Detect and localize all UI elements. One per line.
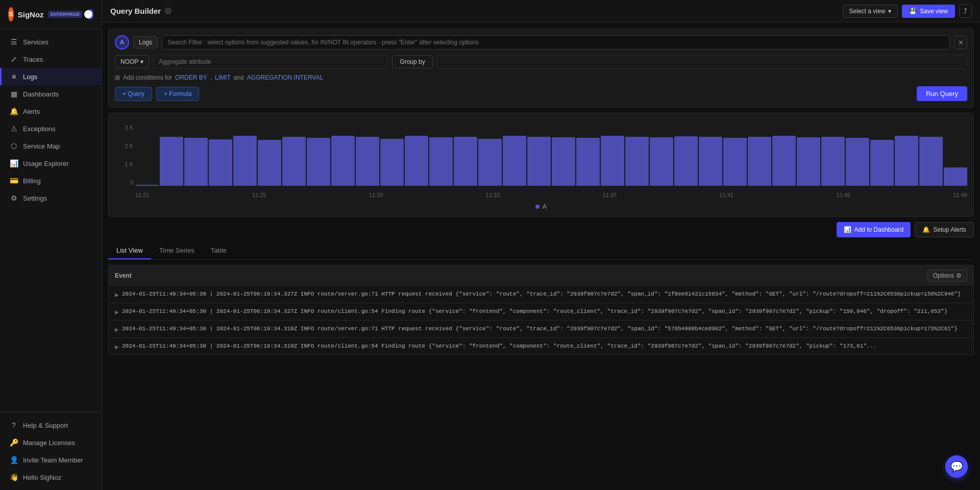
order-by-link[interactable]: ORDER BY xyxy=(175,74,207,81)
tab-list-view[interactable]: List View xyxy=(108,242,151,259)
event-text: 2024-01-25T11:49:34+05:30 | 2024-01-25T0… xyxy=(122,290,961,299)
sidebar-item-logs[interactable]: ≡ Logs xyxy=(0,68,102,85)
sidebar-item-alerts[interactable]: 🔔 Alerts xyxy=(0,103,102,120)
setup-alerts-button[interactable]: 🔔 Setup Alerts xyxy=(915,222,974,237)
group-by-button[interactable]: Group by xyxy=(392,55,432,68)
run-query-button[interactable]: Run Query xyxy=(917,86,967,101)
group-by-input[interactable] xyxy=(437,55,967,69)
sidebar-item-services[interactable]: ☰ Services xyxy=(0,33,102,51)
add-to-dashboard-button[interactable]: 📊 Add to Dashboard xyxy=(837,222,911,237)
sidebar-label-service-map: Service Map xyxy=(23,142,60,150)
event-column-label: Event xyxy=(115,272,132,279)
chart-bar xyxy=(870,140,894,186)
view-tabs: List View Time Series Table xyxy=(108,242,974,260)
chart-bar xyxy=(282,137,306,186)
expand-conditions-icon[interactable]: ⊞ xyxy=(115,74,120,81)
expand-row-icon[interactable]: ▶ xyxy=(115,343,119,351)
share-button[interactable]: ⤴ xyxy=(959,4,972,18)
chevron-down-icon: ▾ xyxy=(888,8,891,15)
query-actions: + Query + Formula Run Query xyxy=(115,86,967,101)
event-row[interactable]: ▶ 2024-01-25T11:49:34+05:30 | 2024-01-25… xyxy=(108,286,974,303)
expand-row-icon[interactable]: ▶ xyxy=(115,291,119,299)
dashboards-icon: ▦ xyxy=(10,90,18,98)
chart-bar xyxy=(356,137,379,186)
event-text: 2024-01-25T11:49:34+05:30 | 2024-01-25T0… xyxy=(122,342,877,351)
sidebar-item-dashboards[interactable]: ▦ Dashboards xyxy=(0,85,102,103)
event-row[interactable]: ▶ 2024-01-25T11:49:34+05:30 | 2024-01-25… xyxy=(108,338,974,355)
expand-row-icon[interactable]: ▶ xyxy=(115,308,119,316)
chart-legend: A xyxy=(115,203,967,210)
chart-bar xyxy=(454,137,477,186)
add-formula-button[interactable]: + Formula xyxy=(156,87,199,101)
sidebar-item-usage-explorer[interactable]: 📊 Usage Explorer xyxy=(0,155,102,172)
chart-bar xyxy=(503,136,526,186)
save-view-button[interactable]: 💾 Save view xyxy=(902,5,955,18)
sidebar-item-settings[interactable]: ⚙ Settings xyxy=(0,189,102,207)
chart-bar xyxy=(209,139,232,186)
sidebar-bottom: ? Help & Support 🔑 Manage Licenses 👤 Inv… xyxy=(0,412,102,490)
logo-area: S SigNoz ENTERPRISE xyxy=(0,0,102,29)
y-axis: 3 K 2 K 1 K 0 xyxy=(115,125,133,186)
chart-panel: 3 K 2 K 1 K 0 11:21 11:25 11:29 11:33 11… xyxy=(108,113,974,217)
chart-area: 3 K 2 K 1 K 0 11:21 11:25 11:29 11:33 11… xyxy=(115,119,967,201)
content-area: A Logs ✕ NOOP ▾ Group by xyxy=(102,22,980,490)
enterprise-badge: ENTERPRISE xyxy=(48,11,83,18)
sidebar-item-exceptions[interactable]: ⚠ Exceptions xyxy=(0,120,102,137)
aggregate-attribute-input[interactable] xyxy=(153,55,388,69)
licenses-icon: 🔑 xyxy=(10,438,18,447)
chart-bar xyxy=(307,138,330,186)
dashboard-icon: 📊 xyxy=(844,226,851,233)
tab-time-series[interactable]: Time Series xyxy=(151,242,203,259)
logs-icon: ≡ xyxy=(10,72,18,81)
chart-bar xyxy=(380,139,404,186)
chart-bar xyxy=(772,136,796,186)
invite-icon: 👤 xyxy=(10,456,18,464)
sidebar-label-exceptions: Exceptions xyxy=(23,125,56,133)
header: Query Builder ⓪ Select a view ▾ 💾 Save v… xyxy=(102,0,980,22)
chart-bar xyxy=(429,137,453,186)
add-query-button[interactable]: + Query xyxy=(115,87,152,101)
event-row[interactable]: ▶ 2024-01-25T11:49:34+05:30 | 2024-01-25… xyxy=(108,303,974,321)
save-icon: 💾 xyxy=(909,8,917,15)
event-text: 2024-01-25T11:49:34+05:30 | 2024-01-25T0… xyxy=(122,325,958,333)
sidebar-item-invite-team[interactable]: 👤 Invite Team Member xyxy=(0,451,102,469)
sidebar-item-manage-licenses[interactable]: 🔑 Manage Licenses xyxy=(0,434,102,451)
action-row: 📊 Add to Dashboard 🔔 Setup Alerts xyxy=(108,222,974,237)
chat-bubble[interactable]: 💬 xyxy=(945,455,968,478)
limit-link[interactable]: LIMIT xyxy=(215,74,231,81)
select-view-button[interactable]: Select a view ▾ xyxy=(843,5,898,18)
chart-bar xyxy=(405,136,428,186)
chart-bar xyxy=(846,138,869,186)
event-row[interactable]: ▶ 2024-01-25T11:49:34+05:30 | 2024-01-25… xyxy=(108,321,974,338)
options-button[interactable]: Options ⚙ xyxy=(927,270,967,282)
add-conditions-text: Add conditions for xyxy=(123,74,172,81)
help-icon: ? xyxy=(10,421,18,429)
sidebar-item-billing[interactable]: 💳 Billing xyxy=(0,172,102,189)
hello-icon: 👋 xyxy=(10,473,18,481)
page-title: Query Builder xyxy=(110,7,161,15)
clear-filter-button[interactable]: ✕ xyxy=(954,36,967,49)
sidebar-label-settings: Settings xyxy=(23,194,47,202)
expand-row-icon[interactable]: ▶ xyxy=(115,326,119,333)
logs-source-tag[interactable]: Logs xyxy=(133,36,158,48)
tab-table[interactable]: Table xyxy=(203,242,235,259)
event-text: 2024-01-25T11:49:34+05:30 | 2024-01-25T0… xyxy=(122,307,947,316)
help-circle-icon[interactable]: ⓪ xyxy=(165,7,172,16)
chart-bar xyxy=(258,140,281,186)
chart-bar xyxy=(895,136,918,186)
noop-select[interactable]: NOOP ▾ xyxy=(115,55,149,68)
sidebar-item-traces[interactable]: ⤢ Traces xyxy=(0,51,102,68)
filter-input[interactable] xyxy=(162,35,950,50)
sidebar-item-service-map[interactable]: ⬡ Service Map xyxy=(0,137,102,155)
chart-bar xyxy=(184,138,208,186)
theme-toggle[interactable] xyxy=(86,9,93,19)
sidebar-item-hello[interactable]: 👋 Hello SigNoz xyxy=(0,469,102,486)
aggregation-interval-link[interactable]: AGGREGATION INTERVAL xyxy=(247,74,323,81)
chart-bar xyxy=(135,185,159,186)
chart-bar xyxy=(527,137,551,186)
header-actions: Select a view ▾ 💾 Save view ⤴ xyxy=(843,4,972,18)
main-area: Query Builder ⓪ Select a view ▾ 💾 Save v… xyxy=(102,0,980,490)
sidebar-item-help[interactable]: ? Help & Support xyxy=(0,416,102,434)
x-axis: 11:21 11:25 11:29 11:33 11:37 11:41 11:4… xyxy=(135,192,967,198)
share-icon: ⤴ xyxy=(964,7,967,15)
